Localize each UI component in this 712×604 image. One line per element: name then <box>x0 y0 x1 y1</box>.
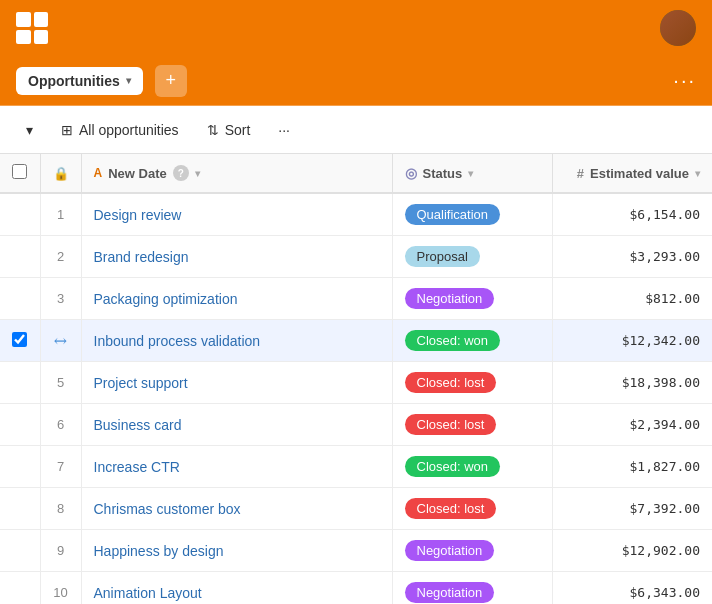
row-name-cell[interactable]: Packaging optimization <box>81 278 392 320</box>
table-row: 9Happiness by designNegotiation$12,902.0… <box>0 530 712 572</box>
row-name-link[interactable]: Business card <box>94 417 182 433</box>
name-col-label: New Date <box>108 166 167 181</box>
row-value-cell: $12,902.00 <box>552 530 712 572</box>
header-checkbox-col <box>0 154 40 193</box>
row-status-cell: Closed: lost <box>392 404 552 446</box>
row-name-cell[interactable]: Animation Layout <box>81 572 392 605</box>
opportunities-label: Opportunities <box>28 73 120 89</box>
table-container: 🔒 A New Date ? ▾ ◎ Status ▾ <box>0 154 712 604</box>
row-name-link[interactable]: Happiness by design <box>94 543 224 559</box>
row-status-cell: Closed: won <box>392 320 552 362</box>
app-grid-icon[interactable] <box>16 12 48 44</box>
row-status-cell: Negotiation <box>392 530 552 572</box>
header-row: 🔒 A New Date ? ▾ ◎ Status ▾ <box>0 154 712 193</box>
status-badge: Negotiation <box>405 582 495 603</box>
row-name-link[interactable]: Increase CTR <box>94 459 180 475</box>
expand-icon[interactable]: ⤢ <box>49 329 72 352</box>
row-name-cell[interactable]: Chrismas customer box <box>81 488 392 530</box>
row-name-link[interactable]: Inbound process validation <box>94 333 261 349</box>
header-name-col[interactable]: A New Date ? ▾ <box>81 154 392 193</box>
row-name-link[interactable]: Project support <box>94 375 188 391</box>
row-checkbox-cell <box>0 404 40 446</box>
status-col-sort-icon: ▾ <box>468 168 473 179</box>
row-name-link[interactable]: Brand redesign <box>94 249 189 265</box>
sort-button[interactable]: ⇅ Sort <box>197 116 261 144</box>
row-status-cell: Qualification <box>392 193 552 236</box>
avatar[interactable] <box>660 10 696 46</box>
row-value-cell: $6,154.00 <box>552 193 712 236</box>
row-checkbox-cell <box>0 236 40 278</box>
row-name-cell[interactable]: Happiness by design <box>81 530 392 572</box>
header-status-col[interactable]: ◎ Status ▾ <box>392 154 552 193</box>
row-checkbox-cell <box>0 572 40 605</box>
row-status-cell: Negotiation <box>392 278 552 320</box>
lock-icon: 🔒 <box>53 166 69 181</box>
status-badge: Closed: lost <box>405 498 497 519</box>
row-name-cell[interactable]: Increase CTR <box>81 446 392 488</box>
table-row: 2Brand redesignProposal$3,293.00 <box>0 236 712 278</box>
row-name-link[interactable]: Animation Layout <box>94 585 202 601</box>
table-row: 5Project supportClosed: lost$18,398.00 <box>0 362 712 404</box>
row-name-link[interactable]: Design review <box>94 207 182 223</box>
more-icon: ··· <box>673 69 696 91</box>
row-checkbox-cell <box>0 488 40 530</box>
row-value-cell: $6,343.00 <box>552 572 712 605</box>
opportunities-table: 🔒 A New Date ? ▾ ◎ Status ▾ <box>0 154 712 604</box>
table-body: 1Design reviewQualification$6,154.002Bra… <box>0 193 712 604</box>
status-badge: Closed: lost <box>405 372 497 393</box>
row-status-cell: Negotiation <box>392 572 552 605</box>
opportunities-button[interactable]: Opportunities ▾ <box>16 67 143 95</box>
top-bar <box>0 0 712 56</box>
status-badge: Negotiation <box>405 288 495 309</box>
row-num-cell: 10 <box>40 572 81 605</box>
table-row: 10Animation LayoutNegotiation$6,343.00 <box>0 572 712 605</box>
row-name-cell[interactable]: Project support <box>81 362 392 404</box>
status-col-label: Status <box>423 166 463 181</box>
row-num-cell: 7 <box>40 446 81 488</box>
toolbar-more-button[interactable]: ··· <box>268 116 300 144</box>
select-all-checkbox[interactable] <box>12 164 27 179</box>
status-badge: Negotiation <box>405 540 495 561</box>
table-header: 🔒 A New Date ? ▾ ◎ Status ▾ <box>0 154 712 193</box>
row-name-cell[interactable]: Design review <box>81 193 392 236</box>
view-toggle-button[interactable]: ⊞ All opportunities <box>51 116 189 144</box>
header-value-col[interactable]: # Estimated value ▾ <box>552 154 712 193</box>
row-checkbox-cell <box>0 193 40 236</box>
value-col-icon: # <box>577 166 584 181</box>
table-row: 7Increase CTRClosed: won$1,827.00 <box>0 446 712 488</box>
row-value-cell: $12,342.00 <box>552 320 712 362</box>
row-checkbox[interactable] <box>12 332 27 347</box>
row-name-cell[interactable]: Brand redesign <box>81 236 392 278</box>
table-row: 1Design reviewQualification$6,154.00 <box>0 193 712 236</box>
row-num-cell: 3 <box>40 278 81 320</box>
chevron-left-icon: ▾ <box>26 122 33 138</box>
row-num-cell: 1 <box>40 193 81 236</box>
row-checkbox-cell <box>0 320 40 362</box>
table-icon: ⊞ <box>61 122 73 138</box>
sort-label: Sort <box>225 122 251 138</box>
info-icon: ? <box>173 165 189 181</box>
header-lock-col: 🔒 <box>40 154 81 193</box>
toolbar: ▾ ⊞ All opportunities ⇅ Sort ··· <box>0 106 712 154</box>
add-button[interactable]: + <box>155 65 187 97</box>
more-options-button[interactable]: ··· <box>673 69 696 92</box>
row-num-cell: 2 <box>40 236 81 278</box>
row-name-cell[interactable]: Inbound process validation <box>81 320 392 362</box>
row-name-cell[interactable]: Business card <box>81 404 392 446</box>
value-col-sort-icon: ▾ <box>695 168 700 179</box>
top-bar-left <box>16 12 48 44</box>
avatar-image <box>660 10 696 46</box>
all-opportunities-label: All opportunities <box>79 122 179 138</box>
row-name-link[interactable]: Packaging optimization <box>94 291 238 307</box>
status-badge: Qualification <box>405 204 501 225</box>
row-name-link[interactable]: Chrismas customer box <box>94 501 241 517</box>
row-checkbox-cell <box>0 446 40 488</box>
filter-toggle-button[interactable]: ▾ <box>16 116 43 144</box>
row-checkbox-cell <box>0 278 40 320</box>
table-row: ⤢Inbound process validationClosed: won$1… <box>0 320 712 362</box>
status-badge: Closed: won <box>405 456 501 477</box>
row-status-cell: Proposal <box>392 236 552 278</box>
row-checkbox-cell <box>0 530 40 572</box>
row-status-cell: Closed: lost <box>392 488 552 530</box>
status-col-icon: ◎ <box>405 165 417 181</box>
